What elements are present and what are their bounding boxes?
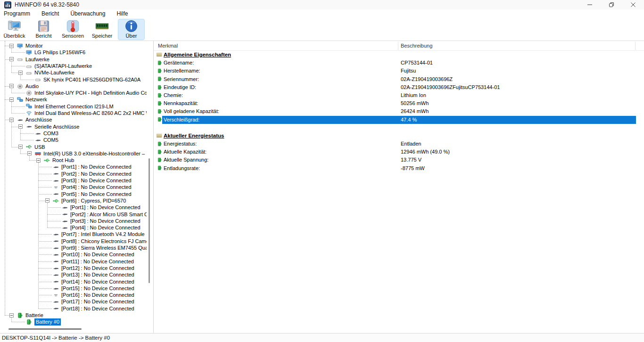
tree-item[interactable]: [Port2] : Alcor Micro USB Smart Card xyxy=(0,211,147,218)
tree-connector-line xyxy=(38,309,52,309)
detail-row[interactable]: Aktuelle Kapazität:12946 mWh (49.0 %) xyxy=(154,148,644,156)
tree-item[interactable]: Intel Ethernet Connection I219-LM xyxy=(0,103,147,110)
detail-row[interactable]: Entladungsrate:-8775 mW xyxy=(154,164,644,172)
expand-collapse-toggle[interactable] xyxy=(9,98,14,102)
tree-item[interactable]: USB xyxy=(0,144,147,150)
column-divider[interactable] xyxy=(398,42,398,50)
tree-item-label: COM3 xyxy=(43,130,58,137)
detail-row[interactable]: Seriennummer:02A-Z190419003696Z xyxy=(154,75,644,83)
detail-row[interactable]: Energiestatus:Entladen xyxy=(154,140,644,148)
tree-hscrollbar-thumb[interactable] xyxy=(8,328,82,330)
tree-item[interactable]: [Port10] : No Device Connected xyxy=(0,251,147,258)
tree-item[interactable]: [Port4] : No Device Connected xyxy=(0,184,147,190)
tree-item[interactable]: [Port7] : Intel Bluetooth V4.2 Module xyxy=(0,231,147,237)
detail-name: Verschleißgrad: xyxy=(164,116,199,124)
tree-item-label: Netzwerk xyxy=(25,96,47,103)
toolbar-button-überblick[interactable]: Überblick xyxy=(1,19,28,40)
expand-collapse-toggle[interactable] xyxy=(45,198,50,203)
expand-collapse-toggle[interactable] xyxy=(27,151,32,155)
tree-item[interactable]: NVMe-Laufwerke xyxy=(0,69,147,76)
tree-item[interactable]: Intel Dual Band Wireless-AC 8260 AC 2x2 … xyxy=(0,110,147,116)
tree-item[interactable]: [Port13] : No Device Connected xyxy=(0,271,147,278)
close-button[interactable] xyxy=(622,0,644,9)
tree-item[interactable]: Laufwerke xyxy=(0,56,147,63)
tree-item[interactable]: Batterie xyxy=(0,312,147,318)
detail-row[interactable]: Aktuelle Spannung:13.775 V xyxy=(154,156,644,164)
tree-vscrollbar-thumb[interactable] xyxy=(149,158,150,283)
tree-item[interactable]: Netzwerk xyxy=(0,96,147,103)
tree-item[interactable]: Battery #0 xyxy=(0,318,147,325)
tree-item[interactable]: Serielle Anschlüsse xyxy=(0,123,147,130)
tree-item[interactable]: [Port6] : Cypress, PID=6570 xyxy=(0,197,147,204)
detail-row[interactable]: Voll geladene Kapazität:26424 mWh xyxy=(154,107,644,115)
tree-item[interactable]: Root Hub xyxy=(0,157,147,163)
detail-row xyxy=(154,124,644,132)
expand-collapse-toggle[interactable] xyxy=(18,145,23,149)
tree-item[interactable]: [Port2] : No Device Connected xyxy=(0,171,147,177)
menu-item-programm[interactable]: Programm xyxy=(4,10,36,17)
expand-collapse-toggle[interactable] xyxy=(9,57,14,61)
toolbar-button-bericht[interactable]: Bericht xyxy=(30,19,57,40)
tree-connector-line xyxy=(5,315,9,316)
column-header-merkmal[interactable]: Merkmal xyxy=(158,41,178,51)
tree-item[interactable]: COM5 xyxy=(0,137,147,143)
floppy-icon xyxy=(37,19,50,33)
tree-item[interactable]: [Port16] : No Device Connected xyxy=(0,292,147,298)
tree-item[interactable]: [Port17] : No Device Connected xyxy=(0,298,147,305)
detail-row[interactable]: Verschleißgrad:47.4 % xyxy=(154,116,636,124)
tree-item[interactable]: [Port18] : No Device Connected xyxy=(0,305,147,312)
detail-section-header[interactable]: Aktueller Energiestatus xyxy=(154,132,644,140)
minimize-button[interactable] xyxy=(579,0,601,9)
expand-collapse-toggle[interactable] xyxy=(9,118,14,122)
detail-value: 47.4 % xyxy=(401,116,417,124)
expand-collapse-toggle[interactable] xyxy=(9,313,14,318)
toolbar-button-über[interactable]: Über xyxy=(118,19,145,40)
tree-item[interactable]: [Port8] : Chicony Electronics FJ Camera xyxy=(0,238,147,244)
expand-collapse-toggle[interactable] xyxy=(9,84,14,88)
expand-collapse-toggle[interactable] xyxy=(18,71,23,75)
network-icon xyxy=(26,103,32,109)
tree-item[interactable]: [Port3] : No Device Connected xyxy=(0,177,147,184)
tree-item[interactable]: [Port15] : No Device Connected xyxy=(0,285,147,292)
tree-item[interactable]: [Port9] : Sierra Wireless EM7455 Qualcor xyxy=(0,244,147,251)
menu-item-überwachung[interactable]: Überwachung xyxy=(70,10,111,17)
detail-row[interactable]: Herstellername:Fujitsu xyxy=(154,67,644,75)
tree-item[interactable]: Monitor xyxy=(0,42,147,49)
column-divider[interactable] xyxy=(635,42,636,50)
tree-item[interactable]: [Port4] : No Device Connected xyxy=(0,224,147,231)
expand-collapse-toggle[interactable] xyxy=(18,124,23,129)
detail-row[interactable]: Gerätename:CP753144-01 xyxy=(154,59,644,67)
tree-item[interactable]: [Port1] : No Device Connected xyxy=(0,163,147,170)
tree-item[interactable]: SK hynix PC401 HFS256GD9TNG-62A0A xyxy=(0,76,147,83)
connector-icon xyxy=(53,258,59,264)
menu-item-bericht[interactable]: Bericht xyxy=(41,10,65,17)
detail-section-header[interactable]: Allgemeine Eigenschaften xyxy=(154,51,644,59)
detail-name: Aktuelle Kapazität: xyxy=(164,148,206,156)
toolbar-button-speicher[interactable]: Speicher xyxy=(89,19,116,40)
tree-item[interactable]: [Port3] : No Device Connected xyxy=(0,218,147,224)
tree-item[interactable]: [Port1] : No Device Connected xyxy=(0,204,147,211)
tree-item[interactable]: (S)ATA/ATAPI-Laufwerke xyxy=(0,63,147,69)
maximize-button[interactable] xyxy=(601,0,622,9)
connector-icon xyxy=(35,137,41,143)
expand-collapse-toggle[interactable] xyxy=(36,158,41,163)
expand-collapse-toggle[interactable] xyxy=(9,44,14,48)
connector-icon xyxy=(53,238,59,244)
detail-row[interactable]: Eindeutige ID:02A-Z190419003696ZFujitsuC… xyxy=(154,83,644,91)
detail-row[interactable]: Chemie:Lithium Ion xyxy=(154,91,644,99)
tree-item[interactable]: COM3 xyxy=(0,130,147,137)
tree-item[interactable]: Intel Skylake-U/Y PCH - High Definition … xyxy=(0,90,147,96)
tree-item[interactable]: [Port11] : No Device Connected xyxy=(0,258,147,265)
detail-value: 13.775 V xyxy=(401,156,421,164)
tree-item[interactable]: [Port5] : No Device Connected xyxy=(0,191,147,197)
tree-item[interactable]: [Port14] : No Device Connected xyxy=(0,278,147,285)
tree-item[interactable]: [Port12] : No Device Connected xyxy=(0,265,147,271)
column-header-beschreibung[interactable]: Beschreibung xyxy=(401,41,432,51)
tree-item[interactable]: Intel(R) USB 3.0 eXtensible-Hostcontroll… xyxy=(0,150,147,157)
tree-item[interactable]: Anschlüsse xyxy=(0,116,147,123)
tree-item[interactable]: Audio xyxy=(0,83,147,90)
menu-item-hilfe[interactable]: Hilfe xyxy=(116,10,133,17)
tree-item[interactable]: LG Philips LP156WF6 xyxy=(0,49,147,56)
detail-row[interactable]: Nennkapazität:50256 mWh xyxy=(154,99,644,107)
toolbar-button-sensoren[interactable]: Sensoren xyxy=(59,19,86,40)
